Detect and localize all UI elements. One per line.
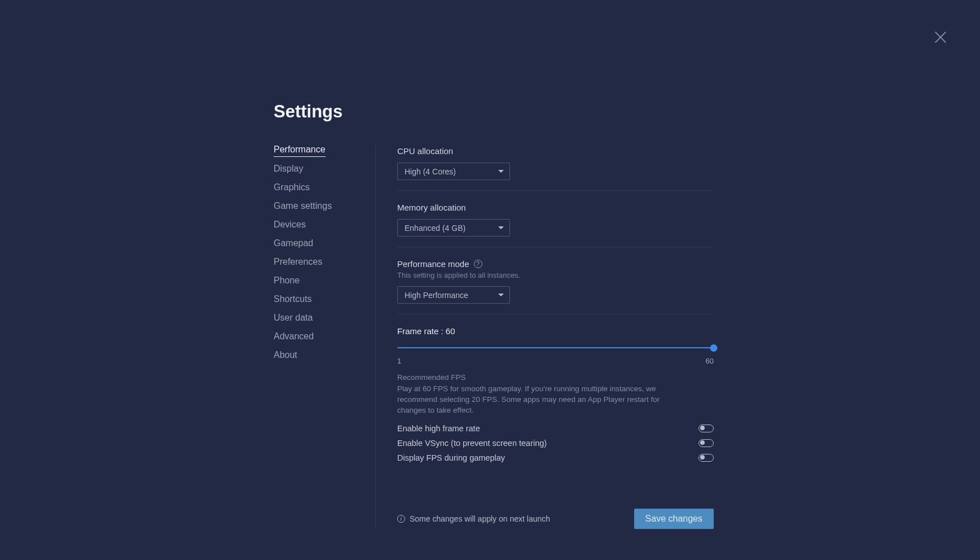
launch-notice: Some changes will apply on next launch bbox=[410, 514, 550, 523]
performance-mode-section: Performance mode ? This setting is appli… bbox=[397, 257, 714, 314]
memory-allocation-select[interactable]: Enhanced (4 GB) bbox=[397, 219, 510, 237]
sidebar-item-about[interactable]: About bbox=[274, 350, 297, 362]
performance-mode-select[interactable]: High Performance bbox=[397, 286, 510, 304]
sidebar-item-gamepad[interactable]: Gamepad bbox=[274, 238, 313, 250]
cpu-allocation-label: CPU allocation bbox=[397, 146, 714, 156]
sidebar-item-graphics[interactable]: Graphics bbox=[274, 182, 310, 194]
sidebar-item-game-settings[interactable]: Game settings bbox=[274, 201, 332, 213]
performance-mode-value: High Performance bbox=[405, 291, 468, 300]
enable-high-frame-rate-toggle[interactable] bbox=[698, 425, 714, 432]
memory-allocation-label: Memory allocation bbox=[397, 203, 714, 212]
sidebar-item-devices[interactable]: Devices bbox=[274, 220, 306, 231]
frame-rate-min: 1 bbox=[397, 357, 401, 365]
performance-mode-note: This setting is applied to all instances… bbox=[397, 271, 714, 279]
enable-high-frame-rate-label: Enable high frame rate bbox=[397, 424, 480, 433]
recommended-fps-text: Play at 60 FPS for smooth gameplay. If y… bbox=[397, 384, 679, 416]
enable-vsync-toggle[interactable] bbox=[698, 439, 714, 447]
sidebar-item-preferences[interactable]: Preferences bbox=[274, 257, 322, 269]
settings-sidebar: Performance Display Graphics Game settin… bbox=[274, 145, 375, 529]
close-icon[interactable] bbox=[933, 29, 948, 45]
chevron-down-icon bbox=[498, 226, 504, 229]
chevron-down-icon bbox=[498, 170, 504, 173]
sidebar-item-advanced[interactable]: Advanced bbox=[274, 331, 314, 343]
display-fps-toggle[interactable] bbox=[698, 454, 714, 462]
recommended-fps-title: Recommended FPS bbox=[397, 373, 714, 382]
sidebar-item-user-data[interactable]: User data bbox=[274, 313, 313, 325]
frame-rate-section: Frame rate : 60 1 60 Recommended FPS Pla… bbox=[397, 325, 714, 473]
sidebar-item-phone[interactable]: Phone bbox=[274, 275, 300, 287]
sidebar-item-performance[interactable]: Performance bbox=[274, 145, 326, 157]
cpu-allocation-section: CPU allocation High (4 Cores) bbox=[397, 145, 714, 191]
cpu-allocation-value: High (4 Cores) bbox=[405, 167, 456, 176]
frame-rate-slider[interactable] bbox=[397, 342, 714, 355]
memory-allocation-section: Memory allocation Enhanced (4 GB) bbox=[397, 201, 714, 247]
save-changes-button[interactable]: Save changes bbox=[634, 509, 714, 529]
frame-rate-max: 60 bbox=[706, 357, 714, 365]
sidebar-item-shortcuts[interactable]: Shortcuts bbox=[274, 294, 312, 306]
display-fps-label: Display FPS during gameplay bbox=[397, 453, 505, 462]
sidebar-item-display[interactable]: Display bbox=[274, 164, 303, 176]
frame-rate-label: Frame rate : 60 bbox=[397, 326, 714, 336]
memory-allocation-value: Enhanced (4 GB) bbox=[405, 224, 465, 233]
performance-mode-label: Performance mode bbox=[397, 259, 469, 269]
page-title: Settings bbox=[274, 102, 714, 122]
slider-thumb[interactable] bbox=[710, 344, 718, 352]
cpu-allocation-select[interactable]: High (4 Cores) bbox=[397, 163, 510, 180]
chevron-down-icon bbox=[498, 294, 504, 296]
enable-vsync-label: Enable VSync (to prevent screen tearing) bbox=[397, 439, 547, 448]
info-icon: i bbox=[397, 515, 405, 523]
help-icon[interactable]: ? bbox=[474, 260, 482, 268]
